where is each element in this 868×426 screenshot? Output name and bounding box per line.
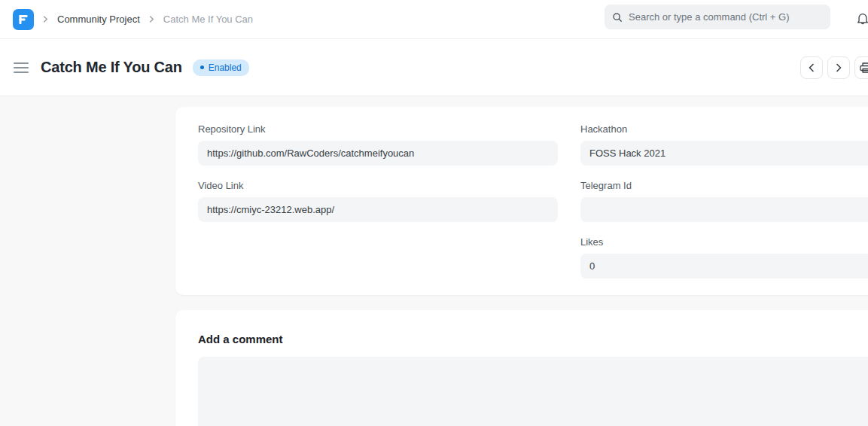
page-title: Catch Me If You Can xyxy=(41,59,182,76)
field-label: Likes xyxy=(580,236,868,248)
status-badge-label: Enabled xyxy=(209,62,242,73)
hamburger-icon xyxy=(14,62,29,64)
comment-section-card: Add a comment xyxy=(175,310,868,426)
search-input[interactable] xyxy=(629,11,823,23)
field-label: Repository Link xyxy=(198,123,558,135)
field-video-link: Video Link xyxy=(198,180,558,222)
field-label: Telegram Id xyxy=(580,180,868,191)
form-column-1: Repository Link Video Link xyxy=(198,123,558,293)
page-head: Catch Me If You Can Enabled xyxy=(0,39,868,96)
field-label: Video Link xyxy=(198,180,558,191)
status-badge: Enabled xyxy=(193,59,249,76)
app-window: Community Project Catch Me If You Can xyxy=(0,0,868,426)
comment-input[interactable] xyxy=(198,357,868,426)
bell-icon xyxy=(856,12,868,26)
chevron-left-icon xyxy=(808,63,815,72)
telegram-id-input[interactable] xyxy=(580,197,868,222)
field-likes: Likes xyxy=(580,236,868,278)
previous-document-button[interactable] xyxy=(800,56,823,79)
status-dot-icon xyxy=(200,65,204,69)
field-telegram-id: Telegram Id xyxy=(580,180,868,222)
next-document-button[interactable] xyxy=(827,56,850,79)
repository-link-input[interactable] xyxy=(198,141,558,166)
frappe-logo-icon xyxy=(17,14,29,26)
search-icon xyxy=(612,12,623,23)
chevron-right-icon xyxy=(835,63,842,72)
chevron-right-icon xyxy=(148,16,155,23)
printer-icon xyxy=(860,62,868,73)
global-search[interactable] xyxy=(605,5,830,29)
sidebar-toggle-button[interactable] xyxy=(14,62,29,73)
navbar: Community Project Catch Me If You Can xyxy=(0,0,868,39)
app-logo[interactable] xyxy=(13,9,34,30)
notifications-button[interactable] xyxy=(853,9,868,29)
add-comment-heading: Add a comment xyxy=(198,333,868,345)
field-hackathon: Hackathon xyxy=(580,123,868,166)
breadcrumb-item-current[interactable]: Catch Me If You Can xyxy=(163,14,253,25)
likes-input[interactable] xyxy=(580,254,868,278)
print-button[interactable] xyxy=(854,56,868,79)
form-column-2: Hackathon Telegram Id Likes xyxy=(580,123,868,293)
field-label: Hackathon xyxy=(580,123,868,135)
field-repository-link: Repository Link xyxy=(198,123,558,166)
hackathon-input[interactable] xyxy=(580,141,868,166)
form-section-card: Repository Link Video Link Hackathon Tel… xyxy=(175,107,868,295)
breadcrumb-item-community-project[interactable]: Community Project xyxy=(57,14,140,25)
video-link-input[interactable] xyxy=(198,197,558,222)
breadcrumb: Community Project Catch Me If You Can xyxy=(13,0,253,38)
chevron-right-icon xyxy=(42,16,49,23)
